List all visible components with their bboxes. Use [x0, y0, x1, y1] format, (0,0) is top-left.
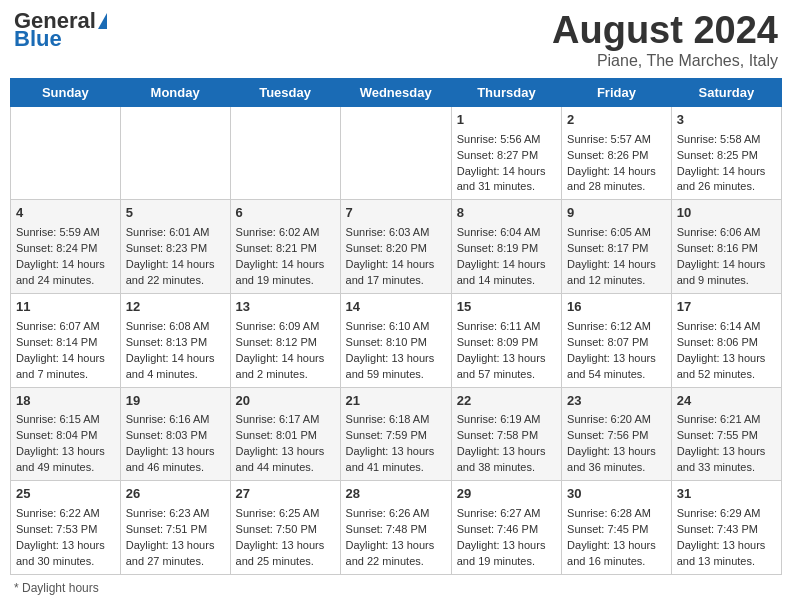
calendar-cell: 30Sunrise: 6:28 AMSunset: 7:45 PMDayligh… [562, 481, 672, 575]
cell-info-line: Daylight: 13 hours and 38 minutes. [457, 444, 556, 476]
cell-info-line: Daylight: 13 hours and 41 minutes. [346, 444, 446, 476]
cell-info-line: Sunrise: 6:09 AM [236, 319, 335, 335]
footer-note: * Daylight hours [10, 581, 782, 595]
cell-info-line: Sunset: 8:06 PM [677, 335, 776, 351]
day-header-tuesday: Tuesday [230, 78, 340, 106]
day-number: 31 [677, 485, 776, 504]
cell-info-line: Sunset: 8:07 PM [567, 335, 666, 351]
cell-info-line: Sunrise: 6:26 AM [346, 506, 446, 522]
cell-info-line: Sunrise: 5:58 AM [677, 132, 776, 148]
calendar-cell: 8Sunrise: 6:04 AMSunset: 8:19 PMDaylight… [451, 200, 561, 294]
calendar-cell: 22Sunrise: 6:19 AMSunset: 7:58 PMDayligh… [451, 387, 561, 481]
day-number: 29 [457, 485, 556, 504]
calendar-cell: 17Sunrise: 6:14 AMSunset: 8:06 PMDayligh… [671, 293, 781, 387]
calendar-cell: 13Sunrise: 6:09 AMSunset: 8:12 PMDayligh… [230, 293, 340, 387]
cell-info-line: Sunset: 8:03 PM [126, 428, 225, 444]
cell-info-line: Sunset: 8:16 PM [677, 241, 776, 257]
cell-info-line: Sunset: 8:25 PM [677, 148, 776, 164]
calendar-cell: 29Sunrise: 6:27 AMSunset: 7:46 PMDayligh… [451, 481, 561, 575]
cell-info-line: Sunset: 7:43 PM [677, 522, 776, 538]
calendar-cell: 6Sunrise: 6:02 AMSunset: 8:21 PMDaylight… [230, 200, 340, 294]
day-number: 27 [236, 485, 335, 504]
cell-info-line: Daylight: 13 hours and 30 minutes. [16, 538, 115, 570]
cell-info-line: Sunrise: 6:17 AM [236, 412, 335, 428]
day-number: 25 [16, 485, 115, 504]
cell-info-line: Sunset: 8:13 PM [126, 335, 225, 351]
cell-info-line: Sunrise: 6:08 AM [126, 319, 225, 335]
calendar-cell: 2Sunrise: 5:57 AMSunset: 8:26 PMDaylight… [562, 106, 672, 200]
day-number: 22 [457, 392, 556, 411]
cell-info-line: Sunrise: 6:28 AM [567, 506, 666, 522]
calendar-cell: 15Sunrise: 6:11 AMSunset: 8:09 PMDayligh… [451, 293, 561, 387]
cell-info-line: Daylight: 14 hours and 12 minutes. [567, 257, 666, 289]
calendar-cell: 12Sunrise: 6:08 AMSunset: 8:13 PMDayligh… [120, 293, 230, 387]
day-header-sunday: Sunday [11, 78, 121, 106]
cell-info-line: Daylight: 14 hours and 19 minutes. [236, 257, 335, 289]
calendar-cell: 19Sunrise: 6:16 AMSunset: 8:03 PMDayligh… [120, 387, 230, 481]
calendar-cell: 31Sunrise: 6:29 AMSunset: 7:43 PMDayligh… [671, 481, 781, 575]
day-number: 21 [346, 392, 446, 411]
cell-info-line: Sunrise: 5:59 AM [16, 225, 115, 241]
cell-info-line: Daylight: 13 hours and 54 minutes. [567, 351, 666, 383]
day-number: 23 [567, 392, 666, 411]
cell-info-line: Sunrise: 6:12 AM [567, 319, 666, 335]
day-number: 30 [567, 485, 666, 504]
cell-info-line: Sunrise: 6:10 AM [346, 319, 446, 335]
cell-info-line: Daylight: 13 hours and 46 minutes. [126, 444, 225, 476]
day-header-friday: Friday [562, 78, 672, 106]
cell-info-line: Sunset: 7:56 PM [567, 428, 666, 444]
cell-info-line: Daylight: 13 hours and 33 minutes. [677, 444, 776, 476]
calendar-cell: 4Sunrise: 5:59 AMSunset: 8:24 PMDaylight… [11, 200, 121, 294]
day-number: 5 [126, 204, 225, 223]
cell-info-line: Daylight: 13 hours and 19 minutes. [457, 538, 556, 570]
cell-info-line: Sunrise: 6:27 AM [457, 506, 556, 522]
cell-info-line: Sunset: 8:26 PM [567, 148, 666, 164]
cell-info-line: Sunset: 8:10 PM [346, 335, 446, 351]
cell-info-line: Sunrise: 5:56 AM [457, 132, 556, 148]
cell-info-line: Sunrise: 6:21 AM [677, 412, 776, 428]
day-header-thursday: Thursday [451, 78, 561, 106]
calendar-cell: 26Sunrise: 6:23 AMSunset: 7:51 PMDayligh… [120, 481, 230, 575]
calendar-cell [11, 106, 121, 200]
cell-info-line: Daylight: 13 hours and 44 minutes. [236, 444, 335, 476]
cell-info-line: Sunrise: 6:20 AM [567, 412, 666, 428]
day-number: 15 [457, 298, 556, 317]
day-number: 28 [346, 485, 446, 504]
cell-info-line: Daylight: 14 hours and 28 minutes. [567, 164, 666, 196]
calendar-cell: 21Sunrise: 6:18 AMSunset: 7:59 PMDayligh… [340, 387, 451, 481]
cell-info-line: Sunset: 7:50 PM [236, 522, 335, 538]
cell-info-line: Daylight: 13 hours and 59 minutes. [346, 351, 446, 383]
calendar-cell: 23Sunrise: 6:20 AMSunset: 7:56 PMDayligh… [562, 387, 672, 481]
day-number: 1 [457, 111, 556, 130]
cell-info-line: Sunrise: 6:04 AM [457, 225, 556, 241]
cell-info-line: Daylight: 14 hours and 17 minutes. [346, 257, 446, 289]
day-number: 10 [677, 204, 776, 223]
cell-info-line: Sunset: 7:53 PM [16, 522, 115, 538]
cell-info-line: Sunset: 8:17 PM [567, 241, 666, 257]
day-number: 2 [567, 111, 666, 130]
cell-info-line: Sunset: 8:01 PM [236, 428, 335, 444]
cell-info-line: Daylight: 14 hours and 26 minutes. [677, 164, 776, 196]
calendar-cell: 16Sunrise: 6:12 AMSunset: 8:07 PMDayligh… [562, 293, 672, 387]
title-block: August 2024 Piane, The Marches, Italy [552, 10, 778, 70]
cell-info-line: Sunrise: 6:11 AM [457, 319, 556, 335]
day-number: 26 [126, 485, 225, 504]
cell-info-line: Sunrise: 6:06 AM [677, 225, 776, 241]
day-number: 7 [346, 204, 446, 223]
calendar-cell [120, 106, 230, 200]
cell-info-line: Daylight: 13 hours and 57 minutes. [457, 351, 556, 383]
cell-info-line: Sunrise: 6:01 AM [126, 225, 225, 241]
day-header-wednesday: Wednesday [340, 78, 451, 106]
cell-info-line: Sunset: 8:24 PM [16, 241, 115, 257]
day-number: 16 [567, 298, 666, 317]
day-number: 12 [126, 298, 225, 317]
calendar-cell: 11Sunrise: 6:07 AMSunset: 8:14 PMDayligh… [11, 293, 121, 387]
cell-info-line: Sunrise: 6:29 AM [677, 506, 776, 522]
cell-info-line: Daylight: 13 hours and 16 minutes. [567, 538, 666, 570]
cell-info-line: Daylight: 13 hours and 27 minutes. [126, 538, 225, 570]
day-number: 20 [236, 392, 335, 411]
cell-info-line: Daylight: 14 hours and 2 minutes. [236, 351, 335, 383]
calendar-cell: 24Sunrise: 6:21 AMSunset: 7:55 PMDayligh… [671, 387, 781, 481]
day-number: 9 [567, 204, 666, 223]
calendar-cell: 3Sunrise: 5:58 AMSunset: 8:25 PMDaylight… [671, 106, 781, 200]
